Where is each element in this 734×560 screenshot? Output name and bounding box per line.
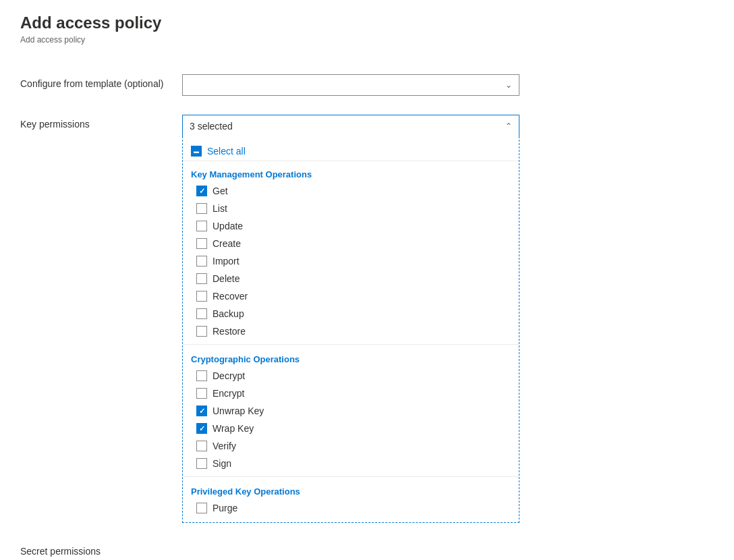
label-decrypt[interactable]: Decrypt (213, 370, 245, 381)
configure-template-chevron-icon: ⌄ (505, 80, 512, 90)
label-import[interactable]: Import (213, 256, 239, 267)
label-wrap-key[interactable]: Wrap Key (213, 423, 254, 434)
label-encrypt[interactable]: Encrypt (213, 388, 244, 399)
checkbox-row-verify: Verify (183, 437, 519, 455)
page-container: Add access policy Add access policy Conf… (20, 13, 714, 560)
section-divider-1 (183, 344, 519, 345)
secret-permissions-row: Secret permissions (20, 532, 714, 560)
label-verify[interactable]: Verify (213, 441, 236, 451)
checkbox-row-recover: Recover (183, 287, 519, 305)
select-all-checkbox[interactable] (191, 146, 202, 157)
label-recover[interactable]: Recover (213, 291, 248, 302)
breadcrumb: Add access policy (20, 35, 714, 45)
checkbox-row-backup: Backup (183, 305, 519, 323)
key-permissions-row: Key permissions 3 selected ⌃ Select all … (20, 105, 714, 532)
checkbox-wrap-key[interactable] (196, 423, 207, 434)
configure-template-control: ⌄ (182, 74, 519, 96)
key-permissions-value: 3 selected (190, 121, 233, 132)
checkbox-verify[interactable] (196, 441, 207, 451)
form-section: Configure from template (optional) ⌄ Key… (20, 65, 714, 560)
checkbox-row-encrypt: Encrypt (183, 385, 519, 402)
label-list[interactable]: List (213, 203, 227, 214)
checkbox-unwrap-key[interactable] (196, 405, 207, 416)
checkbox-get[interactable] (196, 186, 207, 196)
checkbox-recover[interactable] (196, 291, 207, 302)
page-title: Add access policy (20, 13, 714, 32)
checkbox-row-delete: Delete (183, 270, 519, 287)
key-permissions-chevron-icon: ⌃ (505, 121, 512, 131)
checkbox-row-decrypt: Decrypt (183, 367, 519, 385)
secret-permissions-label: Secret permissions (20, 542, 182, 557)
checkbox-list[interactable] (196, 203, 207, 214)
checkbox-row-purge: Purge (183, 499, 519, 517)
label-backup[interactable]: Backup (213, 308, 244, 319)
label-update[interactable]: Update (213, 221, 243, 231)
checkbox-update[interactable] (196, 221, 207, 231)
section-divider-2 (183, 476, 519, 477)
key-management-section-header: Key Management Operations (183, 164, 519, 182)
key-permissions-panel: Select all Key Management Operations Get… (182, 136, 519, 523)
checkbox-row-get: Get (183, 182, 519, 200)
select-all-label[interactable]: Select all (207, 146, 246, 157)
select-all-row: Select all (183, 142, 519, 161)
key-permissions-control: 3 selected ⌃ Select all Key Management O… (182, 115, 519, 523)
label-delete[interactable]: Delete (213, 273, 239, 284)
configure-template-label: Configure from template (optional) (20, 74, 182, 89)
checkbox-row-update: Update (183, 217, 519, 235)
label-create[interactable]: Create (213, 238, 241, 249)
checkbox-import[interactable] (196, 256, 207, 267)
checkbox-purge[interactable] (196, 503, 207, 513)
checkbox-row-import: Import (183, 252, 519, 270)
label-restore[interactable]: Restore (213, 326, 246, 337)
checkbox-row-list: List (183, 200, 519, 217)
checkbox-row-unwrap-key: Unwrap Key (183, 402, 519, 420)
checkbox-backup[interactable] (196, 308, 207, 319)
label-get[interactable]: Get (213, 186, 228, 196)
checkbox-encrypt[interactable] (196, 388, 207, 399)
key-permissions-dropdown[interactable]: 3 selected ⌃ (182, 115, 519, 136)
checkbox-row-restore: Restore (183, 323, 519, 340)
checkbox-delete[interactable] (196, 273, 207, 284)
privileged-section-header: Privileged Key Operations (183, 481, 519, 499)
checkbox-restore[interactable] (196, 326, 207, 337)
label-unwrap-key[interactable]: Unwrap Key (213, 405, 264, 416)
label-purge[interactable]: Purge (213, 503, 237, 513)
checkbox-row-sign: Sign (183, 455, 519, 472)
key-permissions-label: Key permissions (20, 115, 182, 130)
configure-template-row: Configure from template (optional) ⌄ (20, 65, 714, 105)
checkbox-sign[interactable] (196, 458, 207, 469)
checkbox-create[interactable] (196, 238, 207, 249)
checkbox-row-create: Create (183, 235, 519, 252)
label-sign[interactable]: Sign (213, 458, 231, 469)
checkbox-decrypt[interactable] (196, 370, 207, 381)
cryptographic-section-header: Cryptographic Operations (183, 349, 519, 367)
checkbox-row-wrap-key: Wrap Key (183, 420, 519, 437)
configure-template-dropdown[interactable]: ⌄ (182, 74, 519, 96)
